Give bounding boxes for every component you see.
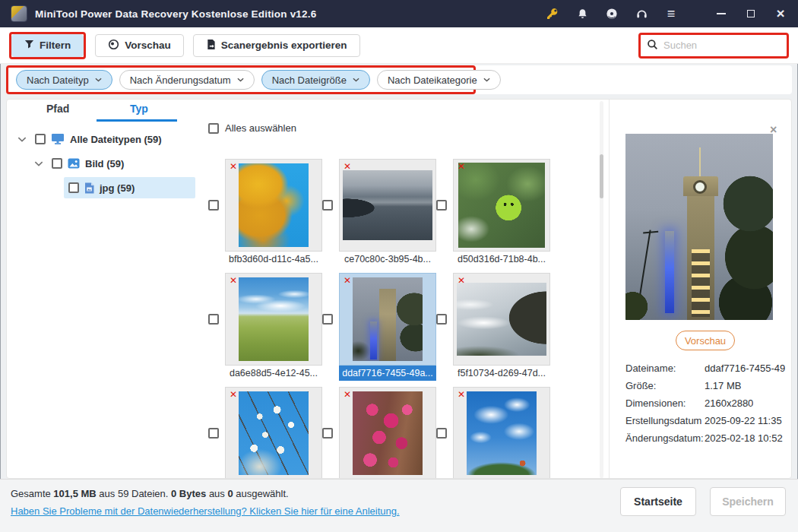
filter-dropdown[interactable]: Nach Dateikategorie [377,70,501,90]
detail-label: Änderungsdatum: [625,432,705,444]
disc-icon[interactable] [605,7,619,21]
select-all[interactable]: Alles auswählen [208,122,296,134]
maximize-icon[interactable] [744,7,758,21]
file-checkbox[interactable] [322,314,333,325]
filter-dropdown-label: Nach Änderungsdatum [130,74,231,86]
tree-item[interactable]: Bild (59) [7,151,200,176]
file-checkbox[interactable] [322,200,333,211]
delete-icon[interactable]: ✕ [344,389,351,400]
file-thumbnail[interactable]: ✕ [225,159,322,252]
headset-icon[interactable] [635,7,648,21]
select-all-label: Alles auswählen [225,122,296,134]
file-name: ddaf7716-7455-49a... [339,366,436,381]
filter-dropdown[interactable]: Nach Dateityp [16,70,112,90]
file-checkbox[interactable] [208,314,219,325]
file-checkbox[interactable] [436,314,447,325]
export-scan-result-button[interactable]: Scanergebnis exportieren [193,34,360,57]
delete-icon[interactable]: ✕ [458,275,465,286]
file-thumbnail[interactable]: ✕ [225,273,322,366]
file-cell: ✕ [202,387,316,479]
menu-icon[interactable]: ≡ [664,7,678,21]
search-input[interactable] [663,40,777,51]
file-checkbox[interactable] [436,428,447,439]
tab-pfad[interactable]: Pfad [46,103,69,115]
eye-icon [108,39,119,52]
thumbnail-image [458,163,545,248]
detail-value: 2025-09-22 11:35 [705,415,782,426]
chevron-down-icon[interactable] [34,161,43,166]
statusbar: Gesamte 101,5 MB aus 59 Dateien. 0 Bytes… [0,479,798,532]
thumbnail-image [353,391,423,475]
file-thumbnail[interactable]: ✕ [339,159,436,252]
export-button-label: Scanergebnis exportieren [221,40,347,51]
tree-expander[interactable] [17,137,30,142]
filter-dropdown-row: Nach DateitypNach ÄnderungsdatumNach Dat… [6,65,476,94]
detail-row: Erstellungsdatum2025-09-22 11:35 [625,412,792,429]
tree-item[interactable]: Alle Dateitypen (59) [7,127,200,151]
chevron-down-icon [483,78,490,82]
chevron-down-icon[interactable] [17,137,27,142]
file-icon [84,182,94,194]
tree-item[interactable]: jpg (59) [7,176,200,200]
file-thumbnail[interactable]: ✕ [453,387,550,479]
filter-button[interactable]: Filtern [11,34,84,57]
tree-item-body: Alle Dateitypen (59) [30,128,195,150]
minimize-icon[interactable] [714,7,728,21]
file-cell: ✕ddaf7716-7455-49a... [316,273,430,387]
file-checkbox[interactable] [322,428,333,439]
funnel-icon [24,40,34,52]
detail-row: Dateiname:ddaf7716-7455-49 [625,359,792,377]
thumbnail-image [239,163,309,247]
thumbnail-image [343,170,432,240]
tree-item-body: jpg (59) [64,177,195,198]
detail-label: Erstellungsdatum [625,415,705,426]
close-icon[interactable]: × [774,7,787,21]
window-title: MiniTool Power Data Recovery Kostenlose … [35,8,316,20]
thumbnail-image [239,391,309,475]
grid-scrollbar [600,101,603,478]
detail-value: ddaf7716-7455-49 [705,363,785,374]
delete-icon[interactable]: ✕ [230,389,237,400]
file-checkbox[interactable] [208,428,219,439]
delete-icon[interactable]: ✕ [458,161,465,172]
file-checkbox[interactable] [436,200,447,211]
file-thumbnail[interactable]: ✕ [453,273,550,366]
app-window: MiniTool Power Data Recovery Kostenlose … [0,0,798,532]
filter-dropdown[interactable]: Nach Änderungsdatum [119,70,255,90]
key-icon[interactable] [546,7,559,21]
tree-expander[interactable] [34,161,47,166]
file-thumbnail[interactable]: ✕ [453,159,550,252]
filter-dropdown-label: Nach Dateityp [27,74,89,86]
file-checkbox[interactable] [208,200,219,211]
file-thumbnail[interactable]: ✕ [225,387,322,479]
search-box[interactable] [638,33,789,59]
delete-icon[interactable]: ✕ [344,275,351,286]
preview-button[interactable]: Vorschau [95,34,184,57]
file-thumbnail[interactable]: ✕ [339,273,436,366]
preview-action-button[interactable]: Vorschau [676,331,735,350]
help-link[interactable]: Haben Sie Probleme mit der Datenwiederhe… [11,505,400,517]
delete-icon[interactable]: ✕ [230,161,237,172]
save-button[interactable]: Speichern [710,487,786,516]
thumbnail-grid: ✕bfb3d60d-d11c-4a5...✕ce70c80c-3b95-4b..… [202,159,559,479]
tree-checkbox[interactable] [35,134,46,144]
file-cell: ✕f5f10734-d269-47d... [430,273,544,387]
delete-icon[interactable]: ✕ [344,161,351,172]
delete-icon[interactable]: ✕ [458,389,465,400]
file-details: Dateiname:ddaf7716-7455-49Größe:1.17 MBD… [625,359,792,447]
delete-icon[interactable]: ✕ [230,275,237,286]
bell-icon[interactable] [575,7,589,21]
tree-checkbox[interactable] [52,158,62,169]
file-thumbnail[interactable]: ✕ [339,387,436,479]
monitor-icon [51,133,65,145]
filter-dropdown[interactable]: Nach Dateigröße [261,70,370,90]
select-all-checkbox[interactable] [208,123,219,134]
file-name: d50d316d-71b8-4b... [453,252,550,267]
preview-button-label: Vorschau [125,40,171,51]
scrollbar-thumb[interactable] [600,154,603,198]
detail-value: 1.17 MB [705,380,741,391]
tab-typ[interactable]: Typ [130,103,148,115]
home-button[interactable]: Startseite [620,487,696,516]
chevron-down-icon [353,78,359,82]
tree-checkbox[interactable] [68,182,79,193]
